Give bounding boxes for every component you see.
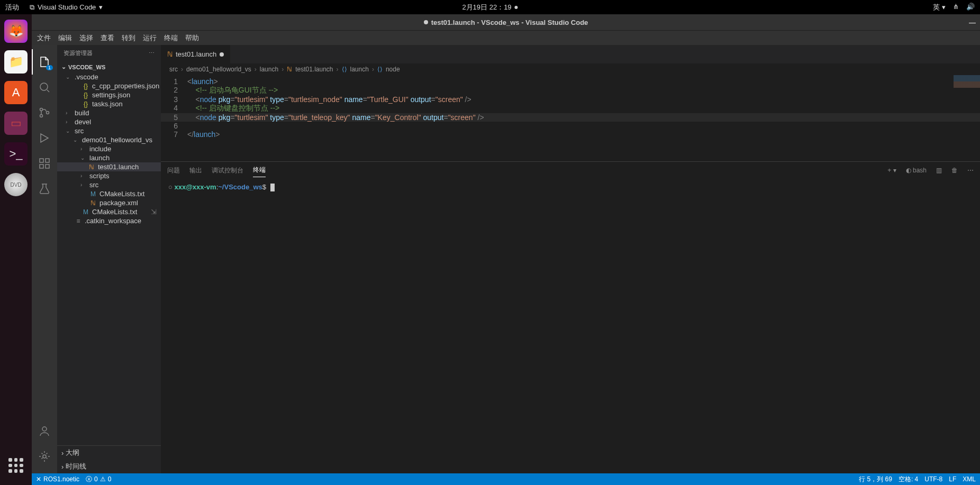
code-editor[interactable]: 1<launch> 2 <!-- 启动乌龟GUI节点 --> 3 <node p…	[161, 75, 980, 161]
svg-point-1	[40, 108, 43, 111]
folder-demo01[interactable]: ⌄demo01_helloworld_vs	[57, 135, 161, 144]
folder-build[interactable]: ›build	[57, 108, 161, 117]
folder-vscode[interactable]: ⌄.vscode	[57, 72, 161, 81]
explorer-badge: 1	[46, 65, 53, 70]
file-cmakelists-1[interactable]: MCMakeLists.txt	[57, 189, 161, 198]
svg-point-3	[47, 112, 49, 114]
status-cursor-position[interactable]: 行 5，列 69	[859, 475, 892, 484]
ubuntu-dock: 🦊 📁 A ⧉ ▭ >_ DVD	[0, 14, 32, 485]
file-c-cpp-properties[interactable]: {}c_cpp_properties.json	[57, 81, 161, 90]
volume-icon[interactable]: 🔊	[966, 3, 975, 12]
explorer-sidebar: 资源管理器 ⋯ ⌄ VSCODE_WS ⌄.vscode {}c_cpp_pro…	[57, 45, 161, 473]
folder-src[interactable]: ⌄src	[57, 126, 161, 135]
dvd-icon[interactable]: DVD	[4, 173, 28, 196]
svg-rect-5	[40, 164, 43, 168]
file-package-xml[interactable]: ℕpackage.xml	[57, 198, 161, 207]
explorer-view-icon[interactable]: 1	[32, 49, 57, 75]
vscode-icon: ⧉	[30, 3, 34, 12]
status-problems[interactable]: ⓧ 0 ⚠ 0	[86, 475, 111, 484]
activities-button[interactable]: 活动	[5, 3, 19, 12]
software-icon[interactable]: A	[4, 81, 28, 104]
status-encoding[interactable]: UTF-8	[924, 475, 942, 484]
files-icon[interactable]: 📁	[4, 50, 28, 74]
apps-grid-icon[interactable]	[4, 454, 28, 477]
panel: 问题 输出 调试控制台 终端 + ▾ ◐ bash ▥ 🗑 ⋯ ○ xxx@xx…	[161, 161, 980, 473]
status-remote[interactable]: ✕ ROS1.noetic	[36, 475, 79, 483]
svg-rect-4	[40, 159, 43, 162]
panel-tab-output[interactable]: 输出	[189, 164, 202, 177]
terminal-cursor	[270, 184, 275, 191]
minimize-button[interactable]: —	[969, 19, 976, 26]
window-title: test01.launch - VScode_ws - Visual Studi…	[431, 19, 588, 26]
status-eol[interactable]: LF	[949, 475, 956, 484]
workspace-header[interactable]: ⌄ VSCODE_WS	[57, 61, 161, 72]
run-debug-icon[interactable]	[32, 125, 57, 151]
folder-launch[interactable]: ⌄launch	[57, 153, 161, 162]
menu-terminal[interactable]: 终端	[164, 33, 178, 43]
breadcrumb[interactable]: src› demo01_helloworld_vs› launch› ℕtest…	[161, 63, 980, 75]
titlebar: test01.launch - VScode_ws - Visual Studi…	[32, 14, 980, 30]
tab-test01-launch[interactable]: ℕ test01.launch	[161, 45, 231, 63]
gnome-top-bar: 活动 ⧉ Visual Studio Code ▾ 2月19日 22：19 英 …	[0, 0, 980, 14]
dirty-indicator-icon	[424, 20, 428, 24]
dirty-dot-icon	[220, 52, 224, 57]
statusbar: ✕ ROS1.noetic ⓧ 0 ⚠ 0 行 5，列 69 空格: 4 UTF…	[32, 473, 980, 485]
menu-file[interactable]: 文件	[37, 33, 51, 43]
status-language[interactable]: XML	[963, 475, 976, 484]
svg-point-9	[43, 455, 46, 458]
menu-run[interactable]: 运行	[143, 33, 157, 43]
menu-selection[interactable]: 选择	[79, 33, 93, 43]
folder-inner-src[interactable]: ›src	[57, 180, 161, 189]
folder-devel[interactable]: ›devel	[57, 117, 161, 126]
settings-gear-icon[interactable]	[32, 444, 57, 469]
minimap[interactable]	[954, 75, 980, 91]
terminal-body[interactable]: ○ xxx@xxx-vm:~/VScode_ws$	[161, 179, 980, 473]
account-icon[interactable]	[32, 418, 57, 444]
xml-file-icon: ℕ	[167, 50, 173, 58]
input-method[interactable]: 英 ▾	[933, 3, 946, 12]
menu-view[interactable]: 查看	[101, 33, 114, 43]
system-monitor-icon[interactable]: ▭	[4, 112, 28, 135]
editor-area: ℕ test01.launch src› demo01_helloworld_v…	[161, 45, 980, 473]
more-icon[interactable]: ⋯	[149, 50, 155, 57]
kill-terminal-icon[interactable]: 🗑	[951, 167, 958, 174]
timeline-section[interactable]: ›时间线	[57, 460, 161, 473]
testing-icon[interactable]	[32, 176, 57, 202]
status-indent[interactable]: 空格: 4	[899, 475, 918, 484]
svg-point-8	[42, 427, 47, 431]
firefox-icon[interactable]: 🦊	[4, 20, 28, 43]
panel-tab-terminal[interactable]: 终端	[253, 163, 266, 177]
tab-bar: ℕ test01.launch	[161, 45, 980, 63]
app-indicator[interactable]: ⧉ Visual Studio Code ▾	[30, 3, 103, 12]
outline-section[interactable]: ›大纲	[57, 446, 161, 460]
terminal-shell-label[interactable]: ◐ bash	[906, 167, 927, 174]
terminal-icon[interactable]: >_	[4, 142, 28, 166]
svg-point-0	[40, 83, 48, 90]
file-tasks-json[interactable]: {}tasks.json	[57, 99, 161, 108]
menu-go[interactable]: 转到	[122, 33, 135, 43]
svg-rect-7	[46, 159, 49, 162]
menu-edit[interactable]: 编辑	[58, 33, 72, 43]
file-settings-json[interactable]: {}settings.json	[57, 90, 161, 99]
folder-scripts[interactable]: ›scripts	[57, 171, 161, 180]
source-control-icon[interactable]	[32, 100, 57, 125]
panel-tab-debug[interactable]: 调试控制台	[212, 164, 243, 177]
sidebar-title: 资源管理器	[63, 49, 93, 57]
file-cmakelists-2[interactable]: MCMakeLists.txt⇲	[57, 207, 161, 216]
panel-tab-problems[interactable]: 问题	[167, 164, 180, 177]
clock[interactable]: 2月19日 22：19	[462, 3, 518, 12]
vscode-window: test01.launch - VScode_ws - Visual Studi…	[32, 14, 980, 485]
menu-help[interactable]: 帮助	[185, 33, 199, 43]
search-view-icon[interactable]	[32, 75, 57, 100]
network-icon[interactable]: ⋔	[953, 3, 959, 12]
extensions-icon[interactable]	[32, 151, 57, 176]
panel-more-icon[interactable]: ⋯	[967, 167, 974, 174]
activity-bar: 1	[32, 45, 57, 473]
folder-include[interactable]: ›include	[57, 144, 161, 153]
split-terminal-icon[interactable]: ▥	[936, 167, 942, 174]
new-terminal-button[interactable]: + ▾	[887, 167, 896, 174]
notification-dot-icon	[515, 6, 518, 9]
file-catkin-workspace[interactable]: ≡.catkin_workspace	[57, 216, 161, 225]
svg-point-2	[40, 115, 43, 117]
file-test01-launch[interactable]: ℕtest01.launch	[57, 162, 161, 171]
